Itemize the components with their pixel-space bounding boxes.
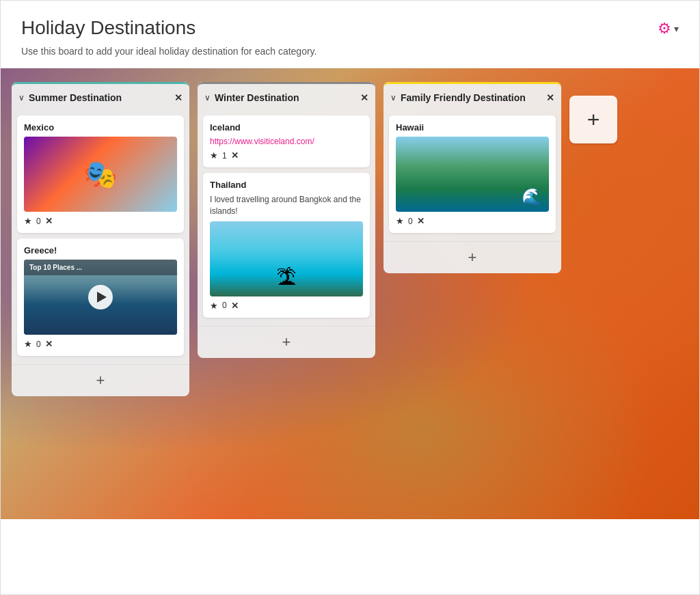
card-mexico: Mexico ★ 0 ✕ — [17, 115, 184, 233]
column-summer: ∨ Summer Destination ✕ Mexico ★ 0 ✕ — [12, 82, 189, 396]
card-hawaii-image — [396, 137, 549, 212]
card-iceland-footer: ★ 1 ✕ — [210, 150, 363, 161]
header-left: Holiday Destinations Use this board to a… — [21, 17, 317, 57]
column-family-body: Hawaii ★ 0 ✕ — [383, 110, 561, 238]
page-subtitle: Use this board to add your ideal holiday… — [21, 46, 317, 57]
settings-icon[interactable]: ⚙ — [658, 20, 671, 38]
column-summer-chevron-icon[interactable]: ∨ — [18, 93, 25, 102]
column-summer-close-icon[interactable]: ✕ — [174, 92, 183, 103]
column-family-header: ∨ Family Friendly Destination ✕ — [383, 82, 561, 110]
card-hawaii-footer: ★ 0 ✕ — [396, 216, 549, 226]
page-title: Holiday Destinations — [21, 17, 317, 39]
card-greece-star-icon[interactable]: ★ — [24, 339, 32, 349]
card-thailand-delete-icon[interactable]: ✕ — [231, 301, 239, 311]
card-greece-delete-icon[interactable]: ✕ — [45, 339, 53, 349]
card-mexico-delete-icon[interactable]: ✕ — [45, 216, 53, 226]
column-family-chevron-icon[interactable]: ∨ — [390, 93, 396, 102]
column-winter-footer: + — [198, 326, 375, 358]
column-summer-header-left: ∨ Summer Destination — [18, 92, 122, 103]
card-thailand-star-icon[interactable]: ★ — [210, 301, 218, 311]
card-greece-star-count: 0 — [36, 340, 41, 349]
card-mexico-star-icon[interactable]: ★ — [24, 216, 32, 226]
add-card-family-button[interactable]: + — [390, 249, 554, 266]
card-greece-title: Greece! — [24, 245, 177, 255]
card-thailand-description: I loved travelling around Bangkok and th… — [210, 194, 363, 217]
card-mexico-footer: ★ 0 ✕ — [24, 216, 177, 226]
column-winter: ∨ Winter Destination ✕ Iceland https://w… — [198, 82, 375, 358]
column-winter-chevron-icon[interactable]: ∨ — [204, 93, 211, 102]
card-iceland-title: Iceland — [210, 122, 363, 133]
card-mexico-star-count: 0 — [36, 217, 41, 226]
greece-video-overlay: Top 10 Places ... — [24, 260, 177, 275]
board-columns: ∨ Summer Destination ✕ Mexico ★ 0 ✕ — [1, 68, 699, 519]
greece-play-button[interactable] — [88, 285, 113, 309]
column-summer-body: Mexico ★ 0 ✕ Greece! — [12, 110, 189, 361]
header-controls: ⚙ ▾ — [658, 20, 679, 38]
card-hawaii-title: Hawaii — [396, 122, 549, 133]
column-winter-header: ∨ Winter Destination ✕ — [198, 82, 375, 110]
column-family-footer: + — [383, 241, 561, 273]
column-family: ∨ Family Friendly Destination ✕ Hawaii ★… — [383, 82, 561, 273]
column-summer-title: Summer Destination — [29, 92, 122, 103]
card-hawaii-star-icon[interactable]: ★ — [396, 216, 404, 226]
card-thailand: Thailand I loved travelling around Bangk… — [203, 173, 370, 318]
header: Holiday Destinations Use this board to a… — [1, 1, 699, 68]
column-winter-title: Winter Destination — [215, 92, 299, 103]
card-greece: Greece! Top 10 Places ... ★ 0 — [17, 238, 184, 356]
card-mexico-image — [24, 137, 177, 212]
settings-chevron-icon[interactable]: ▾ — [674, 23, 679, 34]
add-card-summer-button[interactable]: + — [18, 372, 183, 389]
add-column-button[interactable]: + — [569, 96, 617, 143]
card-hawaii-delete-icon[interactable]: ✕ — [417, 216, 425, 226]
column-family-close-icon[interactable]: ✕ — [546, 92, 554, 103]
card-hawaii-star-count: 0 — [408, 217, 413, 226]
column-family-header-left: ∨ Family Friendly Destination — [390, 92, 526, 103]
card-thailand-footer: ★ 0 ✕ — [210, 301, 363, 311]
column-summer-footer: + — [12, 364, 189, 396]
column-family-title: Family Friendly Destination — [401, 92, 526, 103]
card-greece-image[interactable]: Top 10 Places ... — [24, 260, 177, 335]
card-iceland-star-icon[interactable]: ★ — [210, 150, 218, 161]
card-iceland: Iceland https://www.visiticeland.com/ ★ … — [203, 115, 370, 167]
board-area: ∨ Summer Destination ✕ Mexico ★ 0 ✕ — [1, 68, 699, 519]
card-thailand-title: Thailand — [210, 180, 363, 190]
add-card-winter-button[interactable]: + — [204, 333, 368, 351]
card-hawaii: Hawaii ★ 0 ✕ — [389, 115, 556, 233]
column-summer-header: ∨ Summer Destination ✕ — [12, 82, 189, 110]
card-thailand-star-count: 0 — [222, 301, 227, 310]
greece-video-label: Top 10 Places ... — [29, 264, 82, 271]
greece-video-bg: Top 10 Places ... — [24, 260, 177, 335]
column-winter-body: Iceland https://www.visiticeland.com/ ★ … — [198, 110, 375, 323]
card-iceland-link[interactable]: https://www.visiticeland.com/ — [210, 137, 363, 146]
card-iceland-delete-icon[interactable]: ✕ — [231, 150, 239, 161]
page-wrapper: Holiday Destinations Use this board to a… — [0, 0, 700, 595]
card-thailand-image — [210, 221, 363, 296]
column-winter-header-left: ∨ Winter Destination — [204, 92, 299, 103]
card-mexico-title: Mexico — [24, 122, 177, 133]
card-greece-footer: ★ 0 ✕ — [24, 339, 177, 349]
card-iceland-star-count: 1 — [222, 151, 227, 161]
column-winter-close-icon[interactable]: ✕ — [360, 92, 368, 103]
